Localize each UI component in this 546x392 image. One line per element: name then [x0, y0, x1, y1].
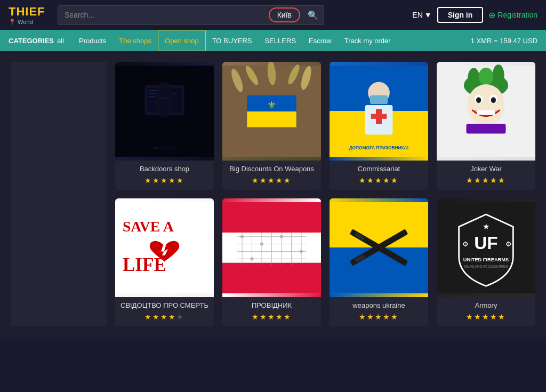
product-info-joker: Joker War ★★★★★ — [437, 161, 535, 190]
main-content: BACKDOORS Backdoors shop ★★★★★ — [0, 51, 546, 337]
logo-sub: 📍 World — [9, 19, 51, 26]
svg-point-37 — [491, 97, 496, 103]
nav-escrow[interactable]: Escrow — [302, 30, 338, 51]
product-image-savelife: SAVE A LIFE — [115, 198, 214, 297]
xmr-rate: 1 XMR = 159.47 USD — [471, 37, 537, 45]
product-card-joker[interactable]: Joker War ★★★★★ — [437, 62, 535, 190]
product-card-commissariat[interactable]: ДОПОМОГА ПРИЗОВНИКА! Commissariat ★★★★★ — [330, 62, 428, 190]
search-bar: Київ 🔍 — [58, 5, 324, 25]
product-card-provid[interactable]: ПРОВІДНИК ★★★★★ — [222, 198, 321, 326]
product-name-backdoors: Backdoors shop — [121, 165, 208, 173]
svg-text:⚙: ⚙ — [506, 240, 512, 248]
city-badge[interactable]: Київ — [269, 7, 300, 22]
product-image-backdoors: BACKDOORS — [115, 62, 214, 161]
product-card-weapons[interactable]: ⚜ Big Discounts On Weapons ★★★★★ — [222, 62, 321, 190]
product-image-weapons: ⚜ — [222, 62, 321, 161]
product-stars-savelife: ★★★★★ — [121, 313, 208, 321]
product-name-joker: Joker War — [442, 165, 530, 173]
navbar: CATEGORIES all Products The shops Open s… — [0, 30, 546, 51]
product-image-provid — [222, 198, 321, 297]
svg-rect-26 — [371, 114, 387, 119]
nav-shops[interactable]: The shops — [113, 30, 158, 51]
product-info-provid: ПРОВІДНИК ★★★★★ — [222, 297, 321, 326]
product-info-savelife: СВІДОЦТВО ПРО СМЕРТЬ ★★★★★ — [115, 297, 214, 326]
product-stars-weapons: ★★★★★ — [228, 176, 316, 185]
product-info-backdoors: Backdoors shop ★★★★★ — [115, 161, 214, 190]
lang-label: EN — [412, 11, 422, 19]
product-stars-provid: ★★★★★ — [228, 313, 316, 321]
language-selector[interactable]: EN ▼ — [412, 11, 431, 19]
svg-rect-13 — [247, 111, 296, 127]
header: THIEF 📍 World Київ 🔍 EN ▼ Sign in ⊕ Regi… — [0, 0, 546, 30]
svg-text:GUNS AND ACCESSORIES: GUNS AND ACCESSORIES — [464, 265, 509, 268]
product-card-savelife[interactable]: SAVE A LIFE СВІДОЦТВО ПРО СМЕРТЬ ★★★★★ — [115, 198, 214, 326]
product-name-weapons: Big Discounts On Weapons — [228, 165, 316, 173]
nav-track[interactable]: Track my order — [338, 30, 397, 51]
svg-point-33 — [467, 84, 504, 126]
product-info-weapons: Big Discounts On Weapons ★★★★★ — [222, 161, 321, 190]
products-grid: BACKDOORS Backdoors shop ★★★★★ — [115, 62, 535, 326]
svg-text:⚜: ⚜ — [267, 99, 277, 111]
product-stars-joker: ★★★★★ — [442, 176, 530, 185]
search-button[interactable]: 🔍 — [302, 6, 324, 25]
nav-buyers[interactable]: TO BUYERS — [206, 30, 259, 51]
svg-text:BACKDOORS: BACKDOORS — [152, 146, 177, 150]
product-stars-armory: ★★★★★ — [442, 313, 530, 321]
product-image-commissariat: ДОПОМОГА ПРИЗОВНИКА! — [330, 62, 428, 161]
product-card-armory[interactable]: UF ★ UNITED FIREARMS GUNS AND ACCESSORIE… — [437, 198, 535, 326]
product-info-commissariat: Commissariat ★★★★★ — [330, 161, 428, 190]
categories-label: CATEGORIES — [9, 37, 54, 45]
product-stars-commissariat: ★★★★★ — [335, 176, 423, 185]
header-right: EN ▼ Sign in ⊕ Registration — [412, 7, 537, 23]
signin-button[interactable]: Sign in — [437, 7, 484, 23]
nav-open-shop[interactable]: Open shop — [158, 30, 206, 51]
svg-text:UF: UF — [474, 233, 497, 253]
svg-point-30 — [468, 68, 479, 88]
svg-text:SAVE A: SAVE A — [123, 218, 174, 235]
logo-text: THIEF — [9, 5, 51, 19]
svg-text:LIFE: LIFE — [123, 254, 166, 275]
product-name-commissariat: Commissariat — [335, 165, 423, 173]
svg-rect-47 — [222, 263, 321, 293]
register-button[interactable]: ⊕ Registration — [488, 10, 537, 20]
svg-point-61 — [280, 235, 283, 238]
svg-rect-45 — [222, 202, 321, 233]
product-info-armory: Armory ★★★★★ — [437, 297, 535, 326]
svg-point-59 — [240, 235, 244, 238]
svg-text:UNITED FIREARMS: UNITED FIREARMS — [463, 257, 509, 262]
product-image-armory: UF ★ UNITED FIREARMS GUNS AND ACCESSORIE… — [437, 198, 535, 297]
pin-icon: 📍 — [9, 19, 16, 26]
chevron-down-icon: ▼ — [424, 11, 432, 19]
nav-sellers[interactable]: SELLERS — [259, 30, 303, 51]
sidebar — [11, 62, 107, 326]
product-name-weaponsua: weapons ukraine — [335, 301, 423, 309]
svg-point-60 — [260, 243, 263, 246]
product-stars-weaponsua: ★★★★★ — [335, 313, 423, 321]
svg-rect-39 — [467, 124, 506, 134]
svg-rect-65 — [330, 247, 428, 293]
product-stars-backdoors: ★★★★★ — [121, 176, 208, 185]
product-image-joker — [437, 62, 535, 161]
nav-all[interactable]: all — [57, 37, 64, 45]
svg-text:ДОПОМОГА ПРИЗОВНИКА!: ДОПОМОГА ПРИЗОВНИКА! — [349, 145, 409, 150]
svg-point-8 — [157, 82, 173, 98]
svg-point-63 — [251, 258, 254, 261]
svg-text:★: ★ — [483, 222, 489, 231]
svg-point-36 — [476, 97, 481, 103]
product-card-weaponsua[interactable]: weapons ukraine ★★★★★ — [330, 198, 428, 326]
plus-circle-icon: ⊕ — [488, 10, 495, 20]
svg-point-32 — [479, 68, 494, 85]
product-name-savelife: СВІДОЦТВО ПРО СМЕРТЬ — [121, 301, 208, 309]
svg-point-31 — [493, 65, 504, 86]
svg-point-62 — [300, 250, 303, 253]
product-card-backdoors[interactable]: BACKDOORS Backdoors shop ★★★★★ — [115, 62, 214, 190]
products-area: BACKDOORS Backdoors shop ★★★★★ — [115, 62, 535, 326]
search-input[interactable] — [58, 6, 267, 23]
nav-products[interactable]: Products — [73, 30, 113, 51]
product-image-weaponsua — [330, 198, 428, 297]
svg-rect-38 — [477, 110, 495, 115]
svg-text:⚙: ⚙ — [462, 240, 469, 248]
logo-area: THIEF 📍 World — [9, 5, 51, 26]
product-name-armory: Armory — [442, 301, 530, 309]
product-info-weaponsua: weapons ukraine ★★★★★ — [330, 297, 428, 326]
